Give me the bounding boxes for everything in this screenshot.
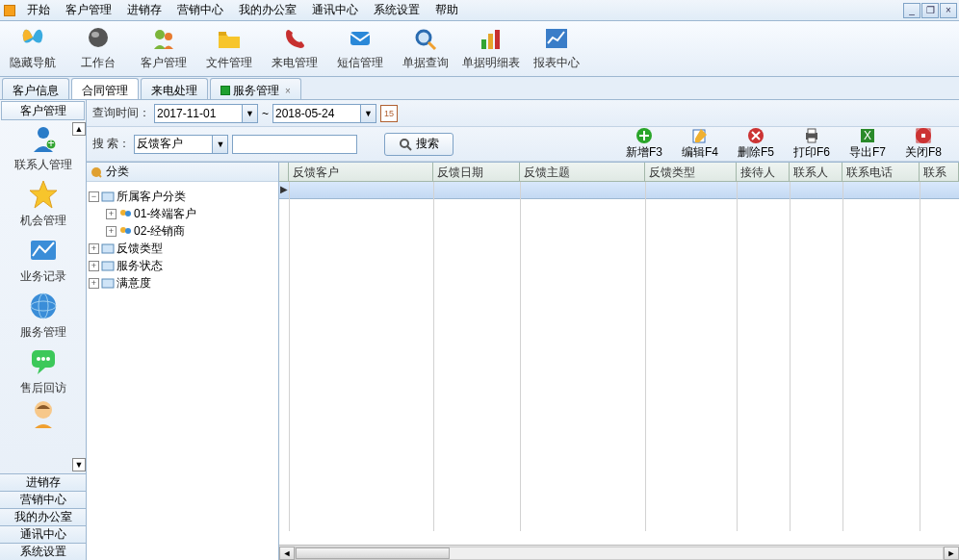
date-from-input[interactable] [154,104,243,123]
tb-hide-nav[interactable]: 隐藏导航 [0,21,65,76]
content-area: 查询时间： ▼ ~ ▼ 15 搜 索： ▼ 搜索 [87,100,959,560]
sidebar-item-business[interactable]: 业务记录 [0,232,86,288]
col-header[interactable]: 反馈客户 [289,163,433,181]
action-close[interactable]: 关闭F8 [905,127,942,161]
tb-workbench[interactable]: 工作台 [65,21,131,76]
calendar-icon[interactable]: 15 [380,105,398,122]
tree-node[interactable]: +反馈类型 [89,240,276,257]
scroll-thumb[interactable] [296,547,450,559]
svg-rect-50 [102,279,114,288]
sidebar-group-tab[interactable]: 客户管理 [1,101,85,120]
menu-item[interactable]: 系统设置 [366,0,428,20]
search-button[interactable]: 搜索 [384,133,454,156]
col-header[interactable]: 联系电话 [842,163,920,181]
collapse-icon[interactable]: − [89,191,99,202]
tb-reports[interactable]: 报表中心 [524,21,589,76]
svg-line-7 [428,42,435,49]
tb-bill-search[interactable]: 单据查询 [393,21,458,76]
close-icon[interactable]: × [285,86,291,96]
sidebar-group[interactable]: 营销中心 [0,491,86,508]
sidebar-group[interactable]: 通讯中心 [0,525,86,543]
print-icon [803,127,820,144]
scroll-track[interactable] [295,547,944,560]
chevron-down-icon[interactable]: ▼ [213,135,228,154]
tb-incoming[interactable]: 来电管理 [262,21,327,76]
grid-body[interactable]: ▶ [279,182,959,545]
chevron-down-icon[interactable]: ▼ [243,104,258,123]
expand-icon[interactable]: + [106,209,117,219]
menu-item[interactable]: 营销中心 [169,0,231,20]
star-icon [28,179,59,210]
expand-icon[interactable]: + [106,226,117,237]
tb-sms[interactable]: 短信管理 [327,21,393,76]
close-button[interactable]: × [940,3,957,18]
scroll-down-icon[interactable]: ▼ [72,458,86,471]
date-to-input[interactable] [272,104,361,123]
svg-point-23 [35,401,52,419]
doc-tab[interactable]: 来电处理 [141,78,208,99]
expand-icon[interactable]: + [89,261,99,271]
chart-icon [543,26,570,53]
sidebar-item-person[interactable] [0,399,86,428]
menu-item[interactable]: 通讯中心 [304,0,366,20]
phone-icon [281,26,308,53]
action-label: 编辑F4 [682,144,718,161]
doc-tab[interactable]: 客户信息 [2,78,69,99]
tb-customer[interactable]: 客户管理 [131,21,196,76]
svg-rect-5 [350,32,370,45]
scroll-right-icon[interactable]: ► [944,547,959,560]
sidebar-group[interactable]: 系统设置 [0,543,86,560]
sidebar-item-followup[interactable]: 售后回访 [0,344,86,399]
svg-point-6 [417,31,430,44]
restore-button[interactable]: ❐ [921,3,939,18]
search-icon [399,138,412,151]
action-delete[interactable]: 删除F5 [738,127,774,161]
folder-icon [101,260,115,271]
expand-icon[interactable]: + [89,243,99,254]
menu-item[interactable]: 客户管理 [58,0,119,20]
chevron-down-icon[interactable]: ▼ [361,104,376,123]
expand-icon[interactable]: + [89,278,99,289]
scroll-up-icon[interactable]: ▲ [72,122,86,136]
scroll-left-icon[interactable]: ◄ [279,547,295,560]
action-print[interactable]: 打印F6 [793,127,830,161]
tree-node[interactable]: +服务状态 [89,257,276,274]
col-header[interactable]: 联系 [920,163,959,181]
sidebar-group[interactable]: 我的办公室 [0,508,86,525]
sidebar-label: 联系人管理 [14,157,72,173]
col-header[interactable] [279,163,289,181]
menu-item[interactable]: 帮助 [428,0,466,20]
menu-item[interactable]: 进销存 [119,0,169,20]
main-toolbar: 隐藏导航 工作台 客户管理 文件管理 来电管理 短信管理 单据查询 单据明细表 … [0,21,959,77]
doc-tab[interactable]: 合同管理 [71,78,139,99]
minimize-button[interactable]: _ [903,3,920,18]
left-sidebar: 客户管理 ▲ +联系人管理 机会管理 业务记录 服务管理 售后回访 ▼ 进销存 … [0,100,87,560]
col-header[interactable]: 反馈主题 [520,163,645,181]
col-header[interactable]: 反馈日期 [433,163,520,181]
menu-bar: 开始 客户管理 进销存 营销中心 我的办公室 通讯中心 系统设置 帮助 _ ❐ … [0,0,959,21]
sidebar-group[interactable]: 进销存 [0,473,86,491]
menu-item[interactable]: 开始 [19,0,58,20]
col-header[interactable]: 联系人 [790,163,842,181]
folder-icon [101,242,115,254]
tree-node[interactable]: +满意度 [89,274,276,292]
menu-item[interactable]: 我的办公室 [231,0,304,20]
horizontal-scrollbar[interactable]: ◄ ► [279,545,959,560]
tb-bill-detail[interactable]: 单据明细表 [458,21,524,76]
sidebar-item-opportunity[interactable]: 机会管理 [0,176,86,232]
col-header[interactable]: 接待人 [737,163,790,181]
action-edit[interactable]: 编辑F4 [682,127,718,161]
sidebar-item-service[interactable]: 服务管理 [0,288,86,344]
action-export[interactable]: X导出F7 [849,127,886,161]
tb-files[interactable]: 文件管理 [196,21,262,76]
people-icon [150,26,177,53]
tree-node[interactable]: +02-经销商 [106,222,276,240]
selected-row[interactable]: ▶ [279,182,959,199]
tree-node[interactable]: +01-终端客户 [106,205,276,222]
search-field-select[interactable] [134,135,213,154]
action-add[interactable]: 新增F3 [626,127,662,161]
col-header[interactable]: 反馈类型 [645,163,737,181]
doc-tab[interactable]: 服务管理× [210,78,301,99]
tree-node[interactable]: −所属客户分类 [89,188,276,205]
search-value-input[interactable] [232,135,357,154]
